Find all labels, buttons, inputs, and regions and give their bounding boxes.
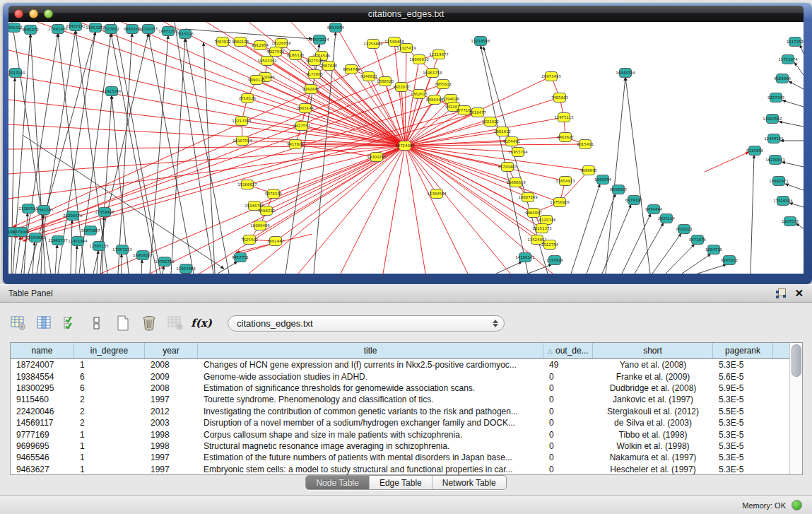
citing-node[interactable]: 12013140 <box>8 69 25 78</box>
cited-node[interactable]: 2967608 <box>320 62 338 71</box>
cited-node[interactable]: 16151372 <box>532 224 551 233</box>
column-header-year[interactable]: year <box>145 343 198 358</box>
citation-edge-black[interactable] <box>587 194 616 274</box>
citing-node[interactable]: 2935114 <box>658 214 676 223</box>
citation-edge-black[interactable] <box>794 62 804 75</box>
citation-edge-black[interactable] <box>698 264 726 274</box>
cited-node[interactable]: 18807249 <box>518 193 538 202</box>
table-row[interactable]: 946362711997Embryonic stem cells: a mode… <box>11 464 789 474</box>
table-row[interactable]: 977716911998Corpus callosum shape and si… <box>11 428 789 440</box>
citation-edge-red[interactable] <box>150 146 405 274</box>
cited-node[interactable]: 18640910 <box>409 55 429 64</box>
citation-edge-red[interactable] <box>405 146 425 274</box>
citing-node[interactable]: 12505135 <box>89 242 108 251</box>
citing-node[interactable]: 30975887 <box>81 226 100 235</box>
citing-node[interactable]: 1167533 <box>782 217 799 226</box>
citing-node[interactable]: 16719155 <box>139 25 158 34</box>
table-row[interactable]: 946554611997Estimation of the future num… <box>11 452 789 463</box>
citation-edge-red[interactable] <box>260 45 405 146</box>
citing-node[interactable]: 9227343 <box>767 93 784 103</box>
citing-node[interactable]: 12942737 <box>48 236 67 245</box>
cited-node[interactable]: 19756928 <box>550 198 570 207</box>
cited-node[interactable]: 9699695 <box>580 166 597 175</box>
citation-edge-black[interactable] <box>751 155 754 274</box>
column-header-pagerank[interactable]: pagerank <box>713 343 773 358</box>
column-header-out_de[interactable]: △out_de... <box>543 343 593 358</box>
citation-edge-black[interactable] <box>606 77 625 274</box>
citation-edge-black[interactable] <box>785 184 804 190</box>
column-select-icon[interactable] <box>36 315 53 332</box>
citing-node[interactable]: 8813054 <box>327 23 345 33</box>
citation-edge-black[interactable] <box>111 33 157 274</box>
cited-node[interactable]: 1610477 <box>469 108 486 117</box>
citing-node[interactable]: 1940312 <box>8 23 23 33</box>
citation-edge-black[interactable] <box>79 33 111 274</box>
cited-node[interactable]: 9860128 <box>232 37 249 47</box>
citing-node[interactable]: 27691406 <box>48 25 68 34</box>
memory-status-icon[interactable] <box>792 500 802 510</box>
citation-edge-black[interactable] <box>779 122 804 127</box>
citation-edge-black[interactable] <box>789 203 804 207</box>
citation-edge-red[interactable] <box>405 146 589 170</box>
citation-edge-black[interactable] <box>185 38 229 274</box>
citation-edge-red[interactable] <box>405 146 565 181</box>
citation-edge-black[interactable] <box>496 262 522 274</box>
citation-edge-red[interactable] <box>383 146 405 274</box>
citing-node[interactable]: 9405572 <box>22 25 39 35</box>
cited-node[interactable]: 12975115 <box>554 113 573 122</box>
cited-node[interactable]: 2522754 <box>541 240 559 250</box>
column-header-title[interactable]: title <box>198 343 543 358</box>
network-window-titlebar[interactable]: citations_edges.txt <box>8 6 804 22</box>
citation-edge-black[interactable] <box>782 100 804 107</box>
function-builder-icon[interactable]: f(x) <box>193 315 210 332</box>
float-panel-icon[interactable] <box>776 288 786 298</box>
cited-node[interactable]: 8990448 <box>426 95 444 105</box>
cited-node[interactable]: 9884067 <box>525 209 542 218</box>
citation-edge-black[interactable] <box>16 236 20 274</box>
cited-node[interactable]: 7485063 <box>551 93 568 103</box>
citing-node[interactable]: 1733426 <box>546 256 564 265</box>
cited-node[interactable]: 1321622 <box>482 117 499 127</box>
citation-edge-red[interactable] <box>11 81 385 231</box>
table-row[interactable]: 1938455462009Genome-wide association stu… <box>11 370 789 382</box>
citing-node[interactable]: 20437191 <box>66 22 85 31</box>
citing-node[interactable]: 20206576 <box>63 211 83 221</box>
cited-node[interactable]: 7625402 <box>241 235 258 245</box>
cited-node[interactable]: 9175685 <box>306 70 323 79</box>
cited-node[interactable]: 9015491 <box>577 140 594 149</box>
citing-node[interactable]: 11451944 <box>68 237 88 246</box>
cited-node[interactable]: 8427552 <box>293 122 310 131</box>
citing-node[interactable]: 1527602 <box>102 25 119 34</box>
citing-node[interactable]: 8471876 <box>689 235 707 245</box>
citing-node[interactable]: 8938923 <box>610 185 627 194</box>
table-mode-icon[interactable] <box>10 315 27 332</box>
citation-edge-black[interactable] <box>782 162 804 167</box>
table-row[interactable]: 969969511998Structural magnetic resonanc… <box>11 440 789 452</box>
tab-network-table[interactable]: Network Table <box>433 476 506 489</box>
table-scrollbar[interactable] <box>789 343 802 474</box>
cited-node[interactable]: 9498222 <box>258 206 275 216</box>
cited-node[interactable]: 12254802 <box>363 40 382 49</box>
cited-node[interactable]: 8186328 <box>287 51 305 60</box>
citing-node[interactable]: 7632621 <box>676 225 693 234</box>
citation-edge-black[interactable] <box>93 33 148 274</box>
citing-node[interactable]: 1840954 <box>594 175 612 185</box>
cited-node[interactable]: 9417004 <box>287 140 305 149</box>
cited-node[interactable]: 16961758 <box>423 69 442 78</box>
cited-node[interactable]: 9890125 <box>248 76 265 85</box>
citation-edge-black[interactable] <box>625 77 650 274</box>
cited-node[interactable]: 1588520 <box>377 77 394 86</box>
cited-node[interactable]: 8912954 <box>252 41 269 50</box>
cited-node[interactable]: 13654923 <box>555 177 575 186</box>
scrollbar-thumb[interactable] <box>792 344 801 377</box>
cited-node[interactable]: 9146821 <box>360 72 377 81</box>
citing-node[interactable]: 9474444 <box>645 205 663 214</box>
citing-node[interactable]: 1684718 <box>705 245 723 255</box>
row-height-icon[interactable] <box>88 315 105 332</box>
zoom-window-button[interactable] <box>44 9 53 18</box>
table-row[interactable]: 2242004622012Investigating the contribut… <box>11 406 789 417</box>
cited-node[interactable]: 15166827 <box>237 180 257 189</box>
cited-node[interactable]: 9154491 <box>503 137 520 146</box>
citing-node[interactable]: 6479197 <box>625 196 642 205</box>
citation-edge-red[interactable] <box>13 48 406 227</box>
